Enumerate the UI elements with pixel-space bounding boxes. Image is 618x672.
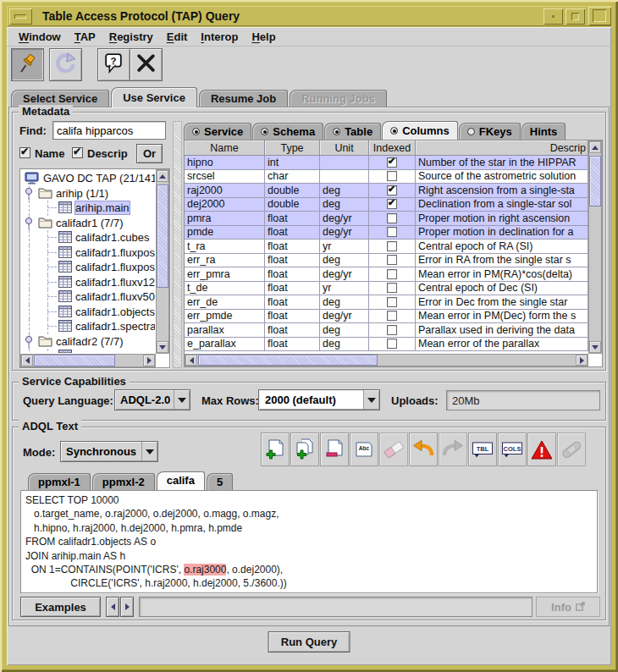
window-menu-button[interactable] xyxy=(9,8,32,25)
scroll-left-button[interactable] xyxy=(21,355,33,366)
column-header-unit[interactable]: Unit xyxy=(320,140,369,156)
help-icon-button[interactable]: ? xyxy=(97,48,130,81)
table-vscroll-thumb[interactable] xyxy=(589,156,601,207)
redo-icon[interactable] xyxy=(439,432,467,466)
table-vertical-scrollbar[interactable] xyxy=(588,140,602,354)
indexed-checkbox[interactable] xyxy=(387,227,397,237)
indexed-checkbox[interactable] xyxy=(387,325,397,335)
table-row[interactable]: dej2000doubledegDeclination from a singl… xyxy=(185,198,588,212)
tab-use-service[interactable]: Use Service xyxy=(111,87,197,107)
indexed-checkbox[interactable] xyxy=(387,339,397,349)
tab-hints[interactable]: Hints xyxy=(521,123,566,140)
split-pane-divider[interactable] xyxy=(173,121,182,368)
table-row[interactable]: parallaxfloatdegParallax used in derivin… xyxy=(185,323,588,338)
insert-table-icon[interactable]: TBL xyxy=(468,432,497,466)
indexed-checkbox[interactable] xyxy=(387,311,397,321)
tree-item[interactable] xyxy=(21,349,155,353)
indexed-checkbox[interactable] xyxy=(387,297,397,307)
scroll-right-button[interactable] xyxy=(143,355,155,366)
scroll-down-button[interactable] xyxy=(157,341,168,353)
rename-tab-icon[interactable]: Abc xyxy=(350,432,378,466)
tree-item[interactable]: califadr1.fluxpos xyxy=(21,245,155,261)
table-row[interactable]: hipnointNumber of the star in the HIPPAR xyxy=(185,156,588,170)
run-query-button[interactable]: Run Query xyxy=(268,631,350,653)
tab-resume-job[interactable]: Resume Job xyxy=(199,90,288,107)
tab-service[interactable]: Service xyxy=(184,123,251,140)
tree-hscroll-thumb[interactable] xyxy=(34,355,115,366)
table-row[interactable]: srcselcharSource of the astrometric solu… xyxy=(185,170,588,185)
maximize-button[interactable] xyxy=(566,8,585,25)
tree-item[interactable]: califadr2 (7/7) xyxy=(21,334,155,350)
tree-item[interactable]: califadr1.fluxv12 xyxy=(21,275,155,290)
tree-item[interactable]: califadr1.spectra xyxy=(21,319,155,334)
menu-edit[interactable]: Edit xyxy=(160,29,195,45)
menu-registry[interactable]: Registry xyxy=(102,29,160,45)
column-header-type[interactable]: Type xyxy=(265,140,320,156)
info-button[interactable]: Info xyxy=(536,597,600,617)
remove-tab-icon[interactable] xyxy=(320,432,349,466)
undo-icon[interactable] xyxy=(409,432,438,466)
adql-tab-5[interactable]: 5 xyxy=(207,473,233,490)
adql-tab-califa[interactable]: califa xyxy=(157,471,205,490)
resize-corner[interactable] xyxy=(588,7,611,25)
query-language-select[interactable]: ADQL-2.0 xyxy=(114,389,190,410)
table-horizontal-scrollbar[interactable] xyxy=(185,354,588,366)
table-row[interactable]: err_rafloatdegError in RA from the singl… xyxy=(185,254,588,268)
max-rows-select[interactable]: 2000 (default) xyxy=(258,389,380,410)
table-hscroll-thumb[interactable] xyxy=(198,355,378,366)
tree-item[interactable]: califadr1.fluxv50 xyxy=(21,289,155,305)
find-input[interactable] xyxy=(52,121,166,140)
examples-prev-button[interactable] xyxy=(106,597,119,617)
tree-item[interactable]: califadr1.objects xyxy=(21,305,155,320)
menu-tap[interactable]: TAP xyxy=(68,29,102,45)
add-tab-icon[interactable] xyxy=(261,432,290,466)
scroll-left-button[interactable] xyxy=(185,355,197,366)
menu-interop[interactable]: Interop xyxy=(194,29,245,45)
tree-horizontal-scrollbar[interactable] xyxy=(20,354,156,367)
indexed-checkbox[interactable] xyxy=(387,241,397,251)
tab-running-jobs[interactable]: Running Jobs xyxy=(290,90,387,107)
scroll-up-button[interactable] xyxy=(157,170,168,182)
scroll-right-button[interactable] xyxy=(576,355,588,366)
column-header-descrip[interactable]: Descrip xyxy=(416,140,588,156)
fix-icon[interactable] xyxy=(557,432,586,466)
tree-item[interactable]: califadr1.cubes xyxy=(21,230,155,245)
adql-code-editor[interactable]: SELECT TOP 10000 o.target_name, o.raj200… xyxy=(20,490,598,593)
tab-fkeys[interactable]: FKeys xyxy=(459,123,521,140)
name-checkbox[interactable] xyxy=(19,147,30,158)
adql-tab-ppmxl-1[interactable]: ppmxl-1 xyxy=(28,473,91,490)
tab-schema[interactable]: Schema xyxy=(252,123,323,140)
descrip-checkbox[interactable] xyxy=(72,147,83,158)
column-header-name[interactable]: Name xyxy=(185,140,265,156)
insert-columns-icon[interactable]: COLS xyxy=(498,432,527,466)
tree-item[interactable]: GAVO DC TAP (21/141 xyxy=(21,171,155,186)
indexed-checkbox[interactable] xyxy=(387,157,397,168)
tree-item[interactable]: califadr1.fluxpos xyxy=(21,260,155,275)
or-button[interactable]: Or xyxy=(136,144,163,163)
column-header-indexed[interactable]: Indexed xyxy=(369,140,416,156)
tree-vertical-scrollbar[interactable] xyxy=(156,169,169,354)
tree-vscroll-thumb[interactable] xyxy=(157,185,168,288)
mode-select[interactable]: Synchronous xyxy=(60,441,158,462)
indexed-checkbox[interactable] xyxy=(387,171,397,181)
tree-item[interactable]: arihip (1/1) xyxy=(21,186,155,201)
scroll-down-button[interactable] xyxy=(589,341,601,353)
table-row[interactable]: e_parallaxfloatdegMean error of the para… xyxy=(185,338,588,352)
menu-help[interactable]: Help xyxy=(245,29,282,45)
pin-icon-button[interactable] xyxy=(11,48,44,81)
error-icon[interactable] xyxy=(527,432,556,466)
table-row[interactable]: err_defloatdegError in Dec from the sing… xyxy=(185,295,588,310)
examples-next-button[interactable] xyxy=(120,597,134,617)
close-icon-button[interactable] xyxy=(130,48,163,81)
tab-columns[interactable]: Columns xyxy=(382,121,458,140)
scroll-up-button[interactable] xyxy=(589,141,601,153)
indexed-checkbox[interactable] xyxy=(387,185,397,196)
table-row[interactable]: pmdefloatdeg/yrProper motion in declinat… xyxy=(185,226,588,240)
indexed-checkbox[interactable] xyxy=(387,283,397,293)
erase-icon[interactable] xyxy=(379,432,408,466)
table-row[interactable]: raj2000doubledegRight ascension from a s… xyxy=(185,184,588,198)
minimize-button[interactable] xyxy=(544,8,563,25)
indexed-checkbox[interactable] xyxy=(387,269,397,279)
tab-table[interactable]: Table xyxy=(324,123,381,140)
adql-tab-ppmxl-2[interactable]: ppmxl-2 xyxy=(92,473,155,490)
